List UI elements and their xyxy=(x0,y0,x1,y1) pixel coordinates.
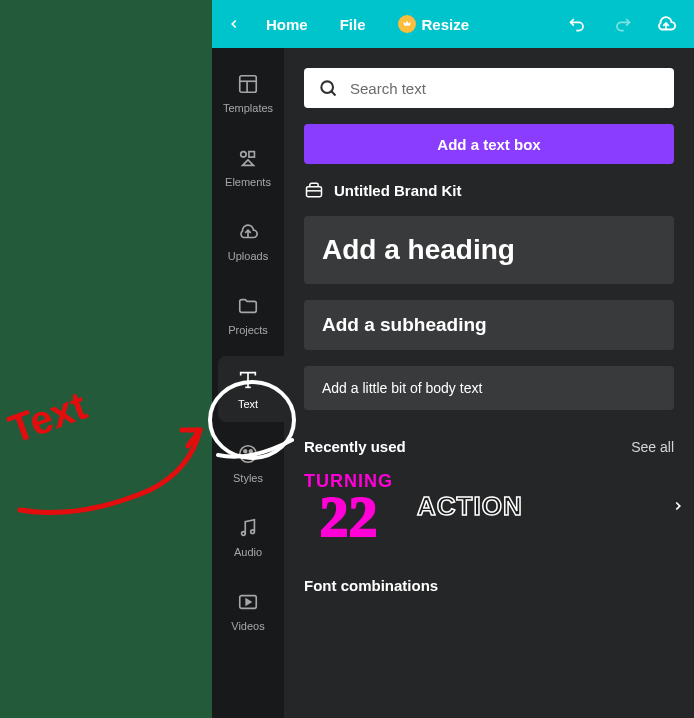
redo-button[interactable] xyxy=(602,6,642,42)
svg-point-14 xyxy=(244,455,247,458)
videos-icon xyxy=(236,590,260,614)
cloud-icon xyxy=(655,13,677,35)
search-icon xyxy=(318,78,338,98)
svg-rect-2 xyxy=(240,76,257,93)
sidebar-item-label: Uploads xyxy=(228,250,268,262)
sidebar-item-uploads[interactable]: Uploads xyxy=(212,204,284,278)
see-all-link[interactable]: See all xyxy=(631,439,674,455)
sidebar-item-audio[interactable]: Audio xyxy=(212,500,284,574)
svg-point-12 xyxy=(244,450,247,453)
templates-icon xyxy=(236,72,260,96)
topbar: Home File Resize xyxy=(212,0,694,48)
sidebar-item-label: Text xyxy=(238,398,258,410)
svg-rect-21 xyxy=(307,187,322,197)
sidebar-item-projects[interactable]: Projects xyxy=(212,278,284,352)
crown-icon xyxy=(398,15,416,33)
brand-kit-icon xyxy=(304,180,324,200)
chevron-left-icon xyxy=(227,17,241,31)
svg-point-11 xyxy=(240,446,257,463)
handwritten-label: Text xyxy=(3,383,93,452)
recently-used-header: Recently used See all xyxy=(304,438,674,455)
text-icon xyxy=(236,368,260,392)
chevron-right-icon xyxy=(671,499,685,513)
subheading-label: Add a subheading xyxy=(322,314,487,335)
annotation-area: Text xyxy=(0,0,212,718)
sidebar-item-label: Templates xyxy=(223,102,273,114)
nav-file[interactable]: File xyxy=(326,6,380,43)
sidebar-item-label: Projects xyxy=(228,324,268,336)
template-text-action: ACTION xyxy=(417,491,523,522)
nav-file-label: File xyxy=(340,16,366,33)
nav-resize[interactable]: Resize xyxy=(384,5,484,43)
uploads-icon xyxy=(236,220,260,244)
back-button[interactable] xyxy=(220,10,248,38)
scroll-right-button[interactable] xyxy=(668,488,688,524)
sidebar-item-text[interactable]: Text xyxy=(212,352,284,426)
sidebar-item-label: Elements xyxy=(225,176,271,188)
cloud-save-button[interactable] xyxy=(646,6,686,42)
template-turning-22[interactable]: TURNING 22 xyxy=(304,471,393,541)
undo-button[interactable] xyxy=(558,6,598,42)
sidebar-item-videos[interactable]: Videos xyxy=(212,574,284,648)
projects-icon xyxy=(236,294,260,318)
add-text-box-button[interactable]: Add a text box xyxy=(304,124,674,164)
nav-home-label: Home xyxy=(266,16,308,33)
template-action[interactable]: ACTION xyxy=(417,491,523,522)
body-label: Add a little bit of body text xyxy=(322,380,482,396)
recently-used-row: TURNING 22 ACTION xyxy=(304,471,674,541)
undo-icon xyxy=(568,14,588,34)
nav-home[interactable]: Home xyxy=(252,6,322,43)
svg-point-15 xyxy=(242,532,246,536)
svg-line-20 xyxy=(331,91,335,95)
elements-icon xyxy=(236,146,260,170)
svg-rect-6 xyxy=(249,152,255,158)
svg-point-13 xyxy=(249,450,252,453)
add-text-box-label: Add a text box xyxy=(437,136,540,153)
svg-point-19 xyxy=(321,81,333,93)
sidebar-item-templates[interactable]: Templates xyxy=(212,56,284,130)
sidebar-item-elements[interactable]: Elements xyxy=(212,130,284,204)
brand-kit-label: Untitled Brand Kit xyxy=(334,182,462,199)
font-combinations-title: Font combinations xyxy=(304,577,674,594)
svg-marker-18 xyxy=(246,599,251,605)
sidebar-item-label: Audio xyxy=(234,546,262,558)
redo-icon xyxy=(612,14,632,34)
add-heading-button[interactable]: Add a heading xyxy=(304,216,674,284)
nav-resize-label: Resize xyxy=(422,16,470,33)
search-input[interactable] xyxy=(350,80,660,97)
add-body-text-button[interactable]: Add a little bit of body text xyxy=(304,366,674,410)
audio-icon xyxy=(236,516,260,540)
svg-marker-7 xyxy=(243,160,254,166)
sidebar-item-label: Styles xyxy=(233,472,263,484)
sidebar: Templates Elements Uploads xyxy=(212,48,284,718)
search-box[interactable] xyxy=(304,68,674,108)
template-text-22: 22 xyxy=(320,492,378,541)
svg-point-16 xyxy=(251,530,255,534)
sidebar-item-styles[interactable]: Styles xyxy=(212,426,284,500)
app-area: Home File Resize xyxy=(212,0,694,718)
sidebar-item-label: Videos xyxy=(231,620,264,632)
text-panel: Add a text box Untitled Brand Kit Add a … xyxy=(284,48,694,718)
add-subheading-button[interactable]: Add a subheading xyxy=(304,300,674,350)
heading-label: Add a heading xyxy=(322,234,515,265)
brand-kit-header[interactable]: Untitled Brand Kit xyxy=(304,180,674,200)
svg-point-5 xyxy=(241,152,247,158)
recently-used-title: Recently used xyxy=(304,438,406,455)
styles-icon xyxy=(236,442,260,466)
